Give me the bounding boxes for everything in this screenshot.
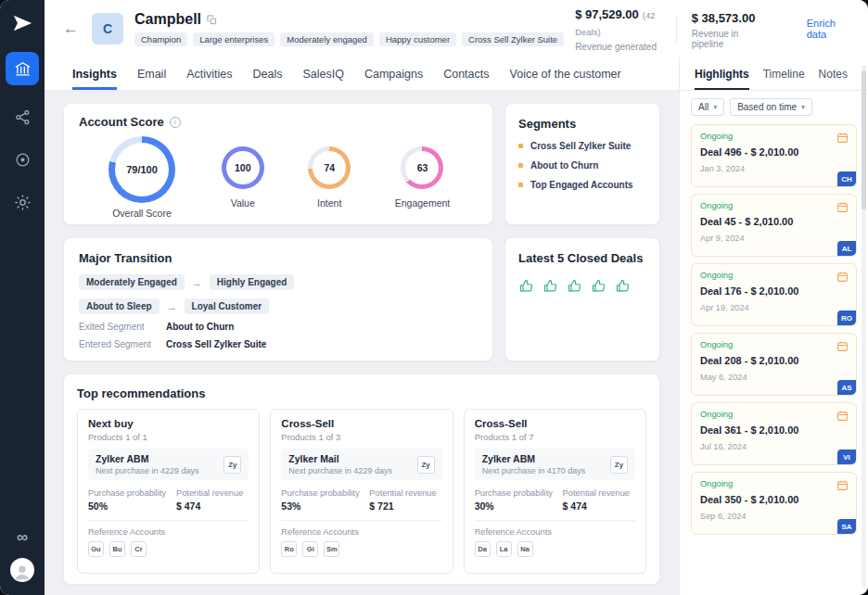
highlights-filters: All▾ Based on time▾	[680, 91, 868, 121]
segment-item[interactable]: Top Engaged Accounts	[518, 180, 646, 190]
account-tags: Champion Large enterprises Moderately en…	[134, 32, 564, 46]
product-row[interactable]: Zylker ABM Next purchase in 4170 days Zy	[475, 449, 635, 480]
user-avatar[interactable]	[10, 558, 34, 582]
product-row[interactable]: Zylker ABM Next purchase in 4229 days Zy	[88, 449, 249, 480]
recommendation-next-buy[interactable]: Next buy Products 1 of 1 Zylker ABM Next…	[77, 409, 260, 574]
product-row[interactable]: Zylker Mail Next purchase in 4229 days Z…	[281, 449, 441, 480]
reference-account-avatar[interactable]: Gi	[302, 541, 318, 557]
header-metrics: $ 97,529.00(42 Deals) Revenue generated …	[575, 6, 853, 52]
arrow-right-icon: →	[192, 277, 202, 288]
sidebar-item-settings[interactable]	[11, 191, 33, 213]
closed-deals-card: Latest 5 Closed Deals	[504, 237, 660, 361]
tab-activities[interactable]: Activities	[186, 57, 232, 90]
tab-insights[interactable]: Insights	[72, 57, 117, 90]
account-tag: Cross Sell Zylker Suite	[462, 32, 564, 46]
deal-owner-avatar: AS	[837, 380, 856, 395]
reference-account-avatar[interactable]: Cr	[131, 541, 147, 557]
tab-voice-of-customer[interactable]: Voice of the customer	[510, 57, 621, 90]
enrich-data-link[interactable]: Enrich data	[807, 18, 848, 40]
tab-deals[interactable]: Deals	[253, 57, 283, 90]
overall-score-value: 79/100	[108, 136, 175, 203]
revenue-generated: $ 97,529.00(42 Deals) Revenue generated	[575, 6, 661, 52]
copy-icon[interactable]	[207, 15, 217, 25]
thumbs-up-icon	[518, 278, 534, 294]
account-name-block: Campbell Champion Large enterprises Mode…	[134, 11, 564, 46]
transition-to-badge: Loyal Customer	[185, 298, 270, 314]
calendar-icon	[836, 201, 849, 213]
reference-account-avatar[interactable]: Gu	[88, 541, 104, 557]
reference-account-avatar[interactable]: La	[496, 541, 512, 557]
major-transition-title: Major Transition	[79, 251, 172, 265]
info-icon[interactable]: i	[170, 117, 181, 128]
reference-account-avatar[interactable]: Sm	[324, 541, 339, 557]
calendar-icon	[836, 271, 849, 283]
sidebar-item-accounts[interactable]	[6, 52, 39, 85]
integrations-icon[interactable]: ∞	[17, 529, 28, 545]
revenue-generated-label: Revenue generated	[575, 42, 661, 52]
deal-card[interactable]: Ongoing Deal 350 - $ 2,010.00 Sep 6, 202…	[691, 472, 857, 535]
tab-email[interactable]: Email	[137, 57, 166, 90]
reference-account-avatar[interactable]: Da	[475, 541, 491, 557]
app-logo-icon[interactable]	[10, 11, 34, 35]
reference-account-avatar[interactable]: Ro	[281, 541, 297, 557]
segment-item[interactable]: Cross Sell Zylker Suite	[518, 141, 646, 151]
highlights-tabs: Highlights Timeline Notes	[680, 57, 868, 91]
score-metric-value: 100 Value	[222, 146, 264, 209]
account-tag: Moderately engaged	[280, 32, 374, 46]
closed-deals-thumbs	[518, 278, 646, 294]
segment-item[interactable]: About to Churn	[518, 160, 646, 171]
filter-all-dropdown[interactable]: All▾	[691, 98, 724, 116]
deal-card[interactable]: Ongoing Deal 496 - $ 2,010.00 Jan 3, 202…	[691, 124, 857, 187]
account-header: ← C Campbell Champion Large enterprises …	[45, 0, 868, 57]
deal-card[interactable]: Ongoing Deal 45 - $ 2,010.00 Apr 9, 2024…	[691, 194, 857, 257]
highlights-deal-list[interactable]: Ongoing Deal 496 - $ 2,010.00 Jan 3, 202…	[680, 121, 868, 595]
bullet-icon	[518, 163, 523, 168]
back-button[interactable]: ←	[63, 19, 79, 38]
segments-title: Segments	[518, 117, 576, 131]
divider	[281, 520, 441, 521]
account-score-title: Account Score	[79, 115, 164, 129]
recommendations-card: Top recommendations Next buy Products 1 …	[63, 373, 660, 585]
products-pagination: Products 1 of 1	[88, 432, 249, 442]
closed-deals-title: Latest 5 Closed Deals	[518, 251, 643, 265]
deal-card[interactable]: Ongoing Deal 208 - $ 2,010.00 May 6, 202…	[691, 333, 857, 396]
scrollbar-thumb[interactable]	[862, 70, 866, 209]
sidebar-item-signals[interactable]	[11, 148, 33, 171]
tab-notes[interactable]: Notes	[819, 57, 848, 90]
divider	[475, 520, 635, 521]
filter-based-on-time-dropdown[interactable]: Based on time▾	[730, 98, 812, 116]
bullet-icon	[518, 183, 523, 187]
calendar-icon	[836, 479, 849, 491]
deal-card[interactable]: Ongoing Deal 361 - $ 2,010.00 Jul 16, 20…	[691, 402, 857, 465]
revenue-pipeline: $ 38,573.00 Revenue in pipeline	[692, 9, 757, 49]
products-pagination: Products 1 of 3	[281, 432, 441, 442]
chevron-down-icon: ▾	[713, 103, 717, 111]
products-pagination: Products 1 of 7	[475, 432, 635, 442]
tab-contacts[interactable]: Contacts	[443, 57, 489, 90]
deal-card[interactable]: Ongoing Deal 176 - $ 2,010.00 Apr 19, 20…	[691, 263, 857, 326]
segments-card: Segments Cross Sell Zylker Suite About t…	[504, 103, 660, 225]
account-tag: Champion	[134, 32, 187, 46]
purchase-probability: Purchase probability 53%	[281, 488, 359, 512]
chevron-down-icon: ▾	[801, 103, 805, 111]
thumbs-up-icon	[591, 278, 606, 294]
tab-salesiq[interactable]: SalesIQ	[302, 57, 343, 90]
potential-revenue: Potential revenue $ 474	[563, 488, 630, 512]
potential-revenue: Potential revenue $ 721	[369, 488, 436, 512]
recommendations-title: Top recommendations	[77, 386, 205, 400]
intent-score-donut: 74	[308, 146, 351, 189]
tab-timeline[interactable]: Timeline	[763, 57, 805, 90]
gear-icon	[14, 194, 32, 211]
score-metric-engagement: 63 Engagement	[395, 146, 451, 209]
insights-panel[interactable]: Account Score i 79/100 Overall Score	[45, 91, 679, 595]
recommendation-cross-sell-2[interactable]: Cross-Sell Products 1 of 7 Zylker ABM Ne…	[464, 409, 646, 574]
tab-highlights[interactable]: Highlights	[695, 57, 749, 90]
sidebar-item-network[interactable]	[11, 106, 33, 128]
entered-segment-row: Entered Segment Cross Sell Zylker Suite	[79, 339, 478, 349]
reference-account-avatar[interactable]: Bu	[109, 541, 125, 557]
deal-owner-avatar: SA	[837, 519, 856, 534]
tab-campaigns[interactable]: Campaigns	[364, 57, 423, 90]
recommendation-cross-sell-1[interactable]: Cross-Sell Products 1 of 3 Zylker Mail N…	[270, 409, 453, 574]
reference-account-avatar[interactable]: Na	[517, 541, 533, 557]
product-avatar: Zy	[223, 456, 241, 474]
